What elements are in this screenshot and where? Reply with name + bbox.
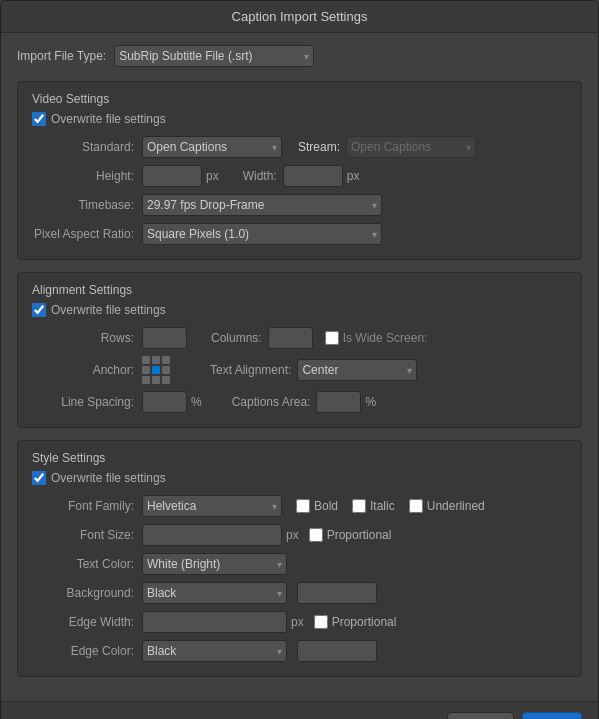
edge-color-row: Edge Color: Black 100.0 [32, 640, 567, 662]
anchor-dot-3 [162, 356, 170, 364]
anchor-dot-2 [152, 356, 160, 364]
underlined-checkbox[interactable] [409, 499, 423, 513]
style-overwrite-label: Overwrite file settings [51, 471, 166, 485]
content-area: Import File Type: SubRip Subtitle File (… [1, 33, 598, 701]
line-spacing-unit: % [191, 395, 202, 409]
bold-checkbox[interactable] [296, 499, 310, 513]
font-family-select[interactable]: Helvetica [142, 495, 282, 517]
standard-row: Standard: Open Captions Stream: Open Cap… [32, 136, 567, 158]
edge-color-select-wrapper: Black [142, 640, 287, 662]
bold-checkbox-group: Bold [296, 499, 338, 513]
edge-proportional-label: Proportional [332, 615, 397, 629]
background-value-input[interactable]: 50.0 [297, 582, 377, 604]
height-label: Height: [32, 169, 142, 183]
bold-label-group: Bold [296, 499, 338, 513]
anchor-grid[interactable] [142, 356, 170, 384]
anchor-dot-1 [142, 356, 150, 364]
proportional-label: Proportional [327, 528, 392, 542]
video-overwrite-row: Overwrite file settings [32, 112, 567, 126]
timebase-select-wrapper: 29.97 fps Drop-Frame [142, 194, 382, 216]
captions-area-input[interactable]: 80 [316, 391, 361, 413]
stream-label-text: Stream: [298, 140, 340, 154]
text-color-select[interactable]: White (Bright) [142, 553, 287, 575]
edge-width-input[interactable]: 0.0 [142, 611, 287, 633]
style-overwrite-checkbox[interactable] [32, 471, 46, 485]
timebase-row: Timebase: 29.97 fps Drop-Frame [32, 194, 567, 216]
pixel-ar-label: Pixel Aspect Ratio: [32, 227, 142, 241]
style-overwrite-row: Overwrite file settings [32, 471, 567, 485]
line-spacing-input[interactable]: 50 [142, 391, 187, 413]
video-overwrite-checkbox[interactable] [32, 112, 46, 126]
text-align-select[interactable]: Center [297, 359, 417, 381]
standard-select[interactable]: Open Captions [142, 136, 282, 158]
pixel-ar-select[interactable]: Square Pixels (1.0) [142, 223, 382, 245]
file-type-label: Import File Type: [17, 49, 106, 63]
rows-input[interactable]: 24 [142, 327, 187, 349]
height-px: px [206, 169, 219, 183]
proportional-group: Proportional [309, 528, 392, 542]
underlined-checkbox-group: Underlined [409, 499, 485, 513]
italic-checkbox[interactable] [352, 499, 366, 513]
anchor-textalign-row: Anchor: Text Alignment: Center [32, 356, 567, 384]
font-size-row: Font Size: 18 px Proportional [32, 524, 567, 546]
underlined-label-group: Underlined [409, 499, 485, 513]
width-input[interactable]: 1080 [283, 165, 343, 187]
alignment-settings-title: Alignment Settings [32, 283, 567, 297]
style-settings-section: Style Settings Overwrite file settings F… [17, 440, 582, 677]
columns-input[interactable]: 40 [268, 327, 313, 349]
captions-area-label: Captions Area: [232, 395, 311, 409]
video-overwrite-label: Overwrite file settings [51, 112, 166, 126]
pixel-ar-select-wrapper: Square Pixels (1.0) [142, 223, 382, 245]
anchor-dot-7 [142, 376, 150, 384]
underlined-label: Underlined [427, 499, 485, 513]
edge-proportional-label-group: Proportional [314, 615, 397, 629]
captions-area-unit: % [365, 395, 376, 409]
text-align-label: Text Alignment: [210, 363, 291, 377]
style-settings-title: Style Settings [32, 451, 567, 465]
pixel-ar-row: Pixel Aspect Ratio: Square Pixels (1.0) [32, 223, 567, 245]
alignment-overwrite-label: Overwrite file settings [51, 303, 166, 317]
background-select[interactable]: Black [142, 582, 287, 604]
height-width-row: Height: 1920 px Width: 1080 px [32, 165, 567, 187]
timebase-select[interactable]: 29.97 fps Drop-Frame [142, 194, 382, 216]
italic-label: Italic [370, 499, 395, 513]
is-wide-screen-label: Is Wide Screen: [343, 331, 428, 345]
line-spacing-captions-row: Line Spacing: 50 % Captions Area: 80 % [32, 391, 567, 413]
edge-proportional-checkbox[interactable] [314, 615, 328, 629]
height-input[interactable]: 1920 [142, 165, 202, 187]
standard-label: Standard: [32, 140, 142, 154]
cancel-button[interactable]: Cancel [447, 712, 514, 719]
edge-width-label: Edge Width: [32, 615, 142, 629]
width-label: Width: [243, 169, 277, 183]
is-wide-screen-checkbox[interactable] [325, 331, 339, 345]
edge-color-value-input[interactable]: 100.0 [297, 640, 377, 662]
italic-checkbox-group: Italic [352, 499, 395, 513]
columns-label: Columns: [211, 331, 262, 345]
line-spacing-label: Line Spacing: [32, 395, 142, 409]
edge-color-select[interactable]: Black [142, 640, 287, 662]
anchor-dot-4 [142, 366, 150, 374]
standard-select-wrapper: Open Captions [142, 136, 282, 158]
anchor-label: Anchor: [32, 363, 142, 377]
alignment-overwrite-row: Overwrite file settings [32, 303, 567, 317]
video-settings-section: Video Settings Overwrite file settings S… [17, 81, 582, 260]
ok-button[interactable]: OK [522, 712, 582, 719]
stream-select[interactable]: Open Captions [346, 136, 476, 158]
proportional-checkbox[interactable] [309, 528, 323, 542]
edge-width-px: px [291, 615, 304, 629]
font-family-label: Font Family: [32, 499, 142, 513]
width-px: px [347, 169, 360, 183]
bottom-bar: Cancel OK [1, 701, 598, 719]
text-color-row: Text Color: White (Bright) [32, 553, 567, 575]
video-settings-title: Video Settings [32, 92, 567, 106]
anchor-dot-8 [152, 376, 160, 384]
proportional-label-group: Proportional [309, 528, 392, 542]
text-color-select-wrapper: White (Bright) [142, 553, 287, 575]
alignment-overwrite-checkbox[interactable] [32, 303, 46, 317]
anchor-dot-9 [162, 376, 170, 384]
file-type-select[interactable]: SubRip Subtitle File (.srt) [114, 45, 314, 67]
dialog: Caption Import Settings Import File Type… [0, 0, 599, 719]
font-size-input[interactable]: 18 [142, 524, 282, 546]
font-size-px: px [286, 528, 299, 542]
bold-label: Bold [314, 499, 338, 513]
